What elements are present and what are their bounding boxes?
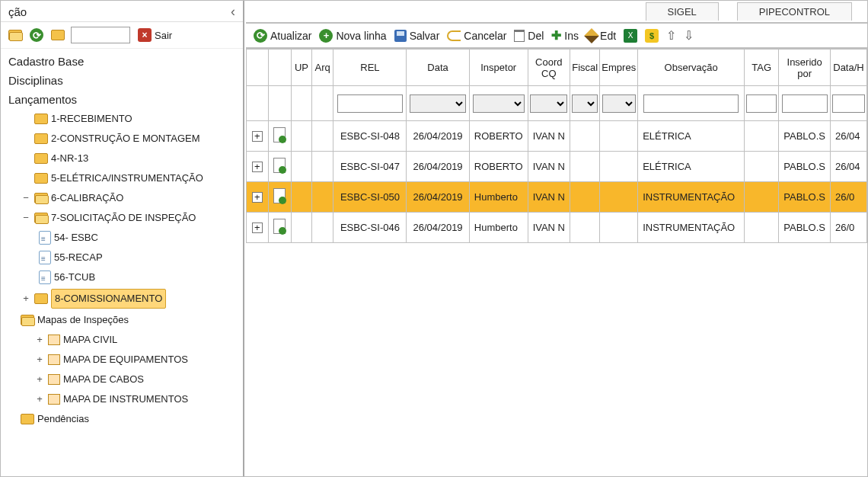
document-icon: [39, 271, 51, 284]
sidebar-item-mapa-civil[interactable]: +MAPA CIVIL: [4, 330, 243, 350]
col-tag[interactable]: TAG: [745, 50, 779, 86]
tree-toggle-icon[interactable]: +: [34, 351, 45, 368]
filter-rel[interactable]: [337, 94, 402, 113]
filter-coord[interactable]: [530, 94, 567, 113]
filter-inspetor[interactable]: [473, 94, 525, 113]
sidebar-item-56-tcub[interactable]: 56-TCUB: [4, 267, 243, 287]
sidebar-item-4-nr-13[interactable]: 4-NR-13: [4, 149, 243, 168]
file-upload-icon[interactable]: [273, 158, 286, 173]
tab-pipecontrol[interactable]: PIPECONTROL: [737, 2, 852, 21]
close-icon: ×: [138, 28, 152, 42]
filter-tag[interactable]: [746, 94, 777, 113]
filter-fiscal[interactable]: [572, 94, 598, 113]
section-pendencias[interactable]: Pendências: [4, 409, 243, 429]
col-coord[interactable]: Coord CQ: [528, 50, 570, 86]
col-inspetor[interactable]: Inspetor: [469, 50, 528, 86]
table-row[interactable]: +ESBC-SI-04726/04/2019ROBERTOIVAN NELÉTR…: [247, 152, 867, 182]
tree-toggle-icon[interactable]: +: [21, 290, 31, 307]
exit-button[interactable]: × Sair: [138, 28, 172, 42]
sidebar-item-6-calibra-o[interactable]: −6-CALIBRAÇÃO: [4, 188, 243, 208]
folder-icon: [34, 213, 48, 223]
cancel-button[interactable]: Cancelar: [447, 30, 506, 42]
insert-button[interactable]: ✚Ins: [551, 28, 579, 43]
sidebar-item-54-esbc[interactable]: 54- ESBC: [4, 228, 243, 248]
currency-icon[interactable]: $: [645, 29, 659, 43]
move-up-icon[interactable]: ⇧: [666, 28, 676, 43]
sidebar-item-mapa-de-equipamentos[interactable]: +MAPA DE EQUIPAMENTOS: [4, 350, 243, 370]
section-lancamentos[interactable]: Lançamentos: [4, 90, 243, 109]
filter-data[interactable]: [410, 94, 465, 113]
sidebar-item-mapa-de-cabos[interactable]: +MAPA DE CABOS: [4, 370, 243, 389]
table-row[interactable]: +ESBC-SI-05026/04/2019HumbertoIVAN NINST…: [247, 182, 867, 213]
filter-inserido[interactable]: [782, 94, 828, 113]
expand-row-icon[interactable]: +: [252, 162, 263, 172]
search-folder-icon[interactable]: [49, 27, 66, 43]
col-arq[interactable]: Arq: [312, 50, 333, 86]
new-row-button[interactable]: +Nova linha: [319, 29, 386, 43]
file-upload-icon[interactable]: [273, 127, 286, 142]
section-cadastro[interactable]: Cadastro Base: [4, 52, 243, 71]
tree-toggle-icon[interactable]: −: [21, 190, 31, 206]
sidebar-search-input[interactable]: [71, 27, 130, 43]
table-row[interactable]: +ESBC-SI-04826/04/2019ROBERTOIVAN NELÉTR…: [247, 121, 867, 152]
cell-data: 26/04/2019: [407, 182, 469, 213]
sidebar-item-2-constru-o-e-montagem[interactable]: 2-CONSTRUÇÃO E MONTAGEM: [4, 129, 243, 149]
header-row: UP Arq REL Data Inspetor Coord CQ Fiscal…: [247, 50, 867, 86]
col-fiscal[interactable]: Fiscal: [570, 50, 600, 86]
edit-button[interactable]: Edt: [586, 30, 616, 42]
section-disciplinas[interactable]: Disciplinas: [4, 71, 243, 90]
tree-toggle-icon[interactable]: +: [34, 391, 45, 408]
col-empres[interactable]: Empres: [600, 50, 638, 86]
sidebar-item-label: 6-CALIBRAÇÃO: [51, 190, 123, 206]
col-obs[interactable]: Observação: [638, 50, 745, 86]
expand-row-icon[interactable]: +: [252, 192, 263, 203]
cell-inserido: PABLO.S: [779, 121, 831, 152]
col-data[interactable]: Data: [407, 50, 469, 86]
sidebar-item-label: 1-RECEBIMENTO: [51, 110, 132, 127]
sidebar-item-8-comissionamento[interactable]: +8-COMISSIONAMENTO: [4, 287, 243, 310]
col-inserido[interactable]: Inserido por: [779, 50, 831, 86]
col-up[interactable]: UP: [291, 50, 311, 86]
map-icon: [48, 394, 60, 405]
file-upload-icon[interactable]: [273, 219, 286, 234]
tab-sigel[interactable]: SIGEL: [646, 2, 719, 21]
expand-row-icon[interactable]: +: [252, 131, 263, 142]
pencil-icon: [584, 28, 599, 43]
filter-empres[interactable]: [602, 94, 636, 113]
filter-datah[interactable]: [832, 94, 864, 113]
filter-obs[interactable]: [643, 94, 739, 113]
sidebar-item-7-solicita-o-de-inspe-o[interactable]: −7-SOLICITAÇÃO DE INSPEÇÃO: [4, 208, 243, 228]
sidebar-item-55-recap[interactable]: 55-RECAP: [4, 248, 243, 267]
sidebar-item-label: 4-NR-13: [51, 150, 88, 167]
sidebar-item-label: MAPA CIVIL: [63, 331, 117, 348]
expand-row-icon[interactable]: +: [252, 222, 263, 233]
col-datah[interactable]: Data/H: [830, 50, 866, 86]
save-button[interactable]: Salvar: [394, 30, 440, 42]
sidebar-item-1-recebimento[interactable]: 1-RECEBIMENTO: [4, 109, 243, 129]
edit-label: Edt: [600, 30, 616, 42]
document-icon: [39, 251, 51, 264]
tree-toggle-icon[interactable]: −: [21, 210, 31, 226]
section-mapas[interactable]: Mapas de Inspeções: [4, 310, 243, 330]
col-rel[interactable]: REL: [333, 50, 407, 86]
plus-small-icon: ✚: [551, 28, 561, 43]
sidebar-item-5-el-trica-instrumenta-o[interactable]: 5-ELÉTRICA/INSTRUMENTAÇÃO: [4, 168, 243, 188]
cell-datah: 26/0: [830, 213, 866, 243]
sidebar-item-label: 8-COMISSIONAMENTO: [51, 289, 166, 309]
sidebar-item-mapa-de-instrumentos[interactable]: +MAPA DE INSTRUMENTOS: [4, 389, 243, 409]
refresh-button[interactable]: ⟳Atualizar: [254, 29, 311, 43]
tree-expand-icon[interactable]: [7, 27, 24, 43]
refresh-icon[interactable]: ⟳: [28, 27, 45, 43]
table-row[interactable]: +ESBC-SI-04626/04/2019HumbertoIVAN NINST…: [247, 213, 867, 243]
folder-icon: [34, 173, 48, 184]
sidebar-toolbar: ⟳ × Sair: [1, 21, 243, 49]
collapse-sidebar-icon[interactable]: ‹: [231, 4, 235, 20]
tree-toggle-icon[interactable]: +: [34, 371, 45, 388]
delete-button[interactable]: Del: [514, 30, 544, 42]
file-upload-icon[interactable]: [273, 188, 286, 203]
folder-icon: [34, 293, 48, 304]
cell-coord: IVAN N: [528, 121, 570, 152]
tree-toggle-icon[interactable]: +: [34, 331, 45, 348]
export-excel-icon[interactable]: X: [624, 29, 637, 43]
move-down-icon[interactable]: ⇩: [684, 28, 694, 43]
